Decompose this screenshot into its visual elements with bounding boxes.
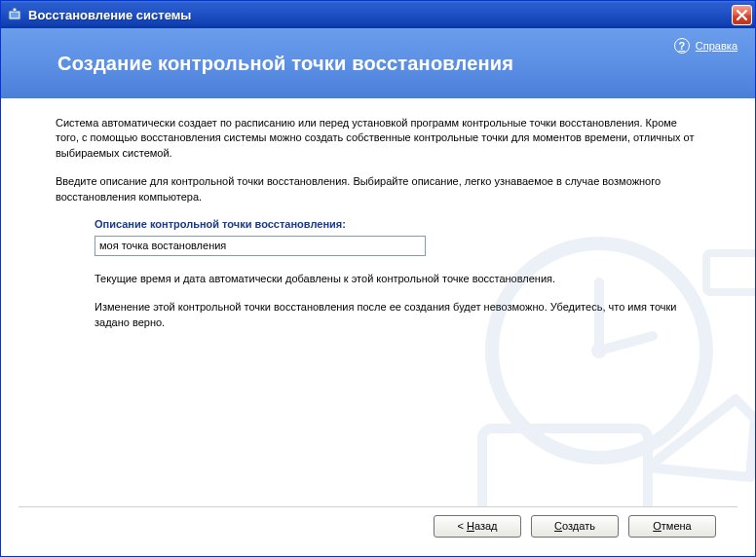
cancel-button[interactable]: Отмена bbox=[628, 515, 716, 538]
svg-point-2 bbox=[13, 8, 17, 12]
field-block: Описание контрольной точки восстановлени… bbox=[94, 218, 700, 256]
close-button[interactable] bbox=[732, 5, 752, 25]
page-title: Создание контрольной точки восстановлени… bbox=[57, 53, 513, 75]
help-icon: ? bbox=[674, 38, 690, 54]
back-button[interactable]: < Назад bbox=[434, 515, 521, 538]
instruction-text: Введите описание для контрольной точки в… bbox=[56, 174, 700, 204]
create-button[interactable]: Создать bbox=[531, 515, 619, 538]
svg-rect-7 bbox=[706, 253, 755, 292]
app-icon bbox=[7, 7, 22, 22]
note-warning: Изменение этой контрольной точки восстан… bbox=[94, 300, 700, 330]
titlebar-title: Восстановление системы bbox=[28, 8, 732, 22]
note-timestamp: Текущие время и дата автоматически добав… bbox=[94, 272, 700, 286]
svg-rect-8 bbox=[482, 428, 648, 506]
field-label: Описание контрольной точки восстановлени… bbox=[94, 218, 700, 230]
footer-buttons: < Назад Создать Отмена bbox=[1, 507, 755, 556]
header-banner: ? Справка Создание контрольной точки вос… bbox=[1, 28, 755, 98]
description-input[interactable] bbox=[94, 236, 426, 256]
svg-point-4 bbox=[591, 343, 607, 358]
svg-line-6 bbox=[599, 336, 653, 351]
svg-rect-1 bbox=[11, 13, 19, 18]
help-label: Справка bbox=[696, 40, 737, 52]
titlebar: Восстановление системы bbox=[1, 1, 755, 28]
notes-block: Текущие время и дата автоматически добав… bbox=[94, 272, 700, 330]
help-link[interactable]: ? Справка bbox=[674, 38, 737, 54]
window-frame: Восстановление системы ? Справка Создани… bbox=[0, 0, 756, 557]
content-area: Система автоматически создает по расписа… bbox=[1, 98, 755, 506]
intro-text: Система автоматически создает по расписа… bbox=[56, 116, 700, 161]
